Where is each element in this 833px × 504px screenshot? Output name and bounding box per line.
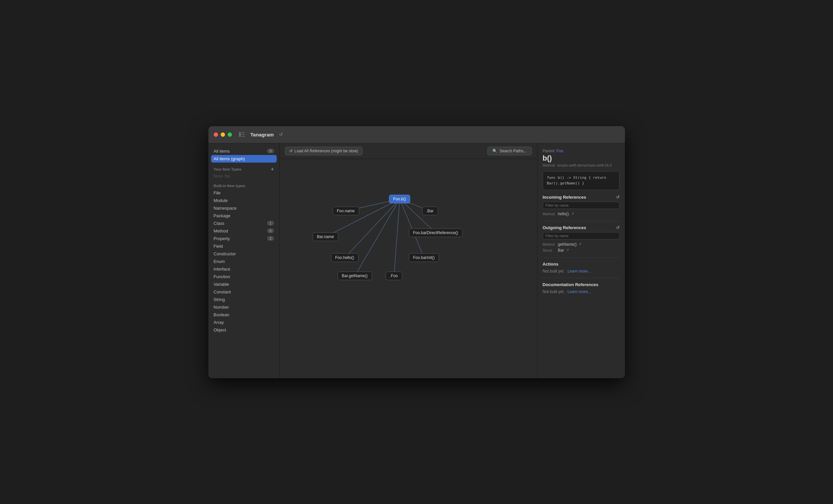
sidebar-item-label: Module xyxy=(214,198,228,203)
load-refresh-icon: ↺ xyxy=(289,149,292,153)
sidebar-item-label: Object xyxy=(214,328,226,332)
graph-node-bar-name[interactable]: Bar.name xyxy=(313,232,338,241)
ref-name: Bar xyxy=(558,248,564,253)
sidebar-all-items-section: All items 9 All items (graph) xyxy=(208,146,279,164)
actions-section: Actions Not built yet. Learn more... xyxy=(543,261,620,274)
app-window: Tanagram ↺ All items 9 All items (graph)… xyxy=(208,126,625,378)
sidebar-item-label: Variable xyxy=(214,282,229,287)
docs-not-built: Not built yet. xyxy=(543,289,565,294)
sidebar-all-items-graph-label: All items (graph) xyxy=(214,156,245,161)
svg-line-10 xyxy=(355,199,400,276)
docs-title: Documentation References xyxy=(543,282,620,287)
divider-1 xyxy=(543,221,620,221)
sidebar-item-all-items-graph[interactable]: All items (graph) xyxy=(211,155,277,162)
svg-line-6 xyxy=(325,199,400,237)
ref-name: getName() xyxy=(558,242,577,247)
graph-node-foo-barInit[interactable]: Foo.barInit() xyxy=(409,253,439,262)
sidebar-item-array[interactable]: Array xyxy=(208,319,279,326)
sidebar-item-class[interactable]: Class1 xyxy=(208,220,279,227)
detail-title: b() xyxy=(543,154,620,162)
graph-node-foo2[interactable]: .Foo xyxy=(386,272,402,280)
incoming-ref-item: Methodhello()↗ xyxy=(543,211,620,217)
outgoing-references-label: Outgoing References xyxy=(543,225,586,230)
close-button[interactable] xyxy=(214,132,218,137)
sidebar-item-file[interactable]: File xyxy=(208,189,279,197)
maximize-button[interactable] xyxy=(228,132,232,137)
sidebar-item-object[interactable]: Object xyxy=(208,326,279,334)
sidebar: All items 9 All items (graph) Your Item … xyxy=(208,143,280,378)
incoming-filter-input[interactable] xyxy=(543,202,620,209)
sidebar-item-label: File xyxy=(214,191,221,195)
sidebar-item-badge: 5 xyxy=(267,228,274,233)
built-in-header-label: Built-in Item types xyxy=(208,181,279,189)
svg-line-7 xyxy=(400,199,436,233)
sidebar-item-string[interactable]: String xyxy=(208,296,279,303)
actions-learn-more[interactable]: Learn more... xyxy=(568,269,591,274)
sidebar-item-label: Method xyxy=(214,228,228,233)
sidebar-item-enum[interactable]: Enum xyxy=(208,258,279,265)
svg-rect-2 xyxy=(242,134,245,135)
graph-node-bar[interactable]: .Bar xyxy=(422,207,438,215)
sidebar-item-module[interactable]: Module xyxy=(208,197,279,204)
outgoing-filter-input[interactable] xyxy=(543,232,620,240)
detail-meta-path: simple-swift-demo/main.swift:16:3 xyxy=(557,163,612,167)
sidebar-your-types-header: Your Item Types + xyxy=(208,164,279,173)
sidebar-item-label: Number xyxy=(214,305,229,310)
sidebar-item-package[interactable]: Package xyxy=(208,212,279,220)
ref-type: Method xyxy=(543,212,556,216)
sidebar-item-label: String xyxy=(214,297,225,302)
ref-arrow-icon[interactable]: ↗ xyxy=(566,248,569,252)
ref-name: hello() xyxy=(558,211,569,216)
sidebar-item-label: Boolean xyxy=(214,312,230,317)
incoming-references-section-title: Incoming References ↺ xyxy=(543,195,620,200)
sidebar-item-number[interactable]: Number xyxy=(208,303,279,311)
minimize-button[interactable] xyxy=(221,132,225,137)
graph-node-foo-b[interactable]: Foo.b() xyxy=(389,195,410,203)
svg-rect-1 xyxy=(242,132,245,133)
actions-not-built: Not built yet. xyxy=(543,269,565,274)
parent-link[interactable]: Foo xyxy=(557,149,564,153)
search-paths-button[interactable]: 🔍 Search Paths... xyxy=(487,147,531,155)
refresh-icon[interactable]: ↺ xyxy=(279,132,283,137)
add-item-type-button[interactable]: + xyxy=(271,167,274,172)
sidebar-toggle-icon[interactable] xyxy=(239,131,245,138)
sidebar-item-boolean[interactable]: Boolean xyxy=(208,311,279,319)
sidebar-item-constant[interactable]: Constant xyxy=(208,288,279,296)
graph-node-bar-getName[interactable]: Bar.getName() xyxy=(338,272,372,280)
outgoing-references-section-title: Outgoing References ↺ xyxy=(543,225,620,230)
svg-rect-0 xyxy=(239,132,241,137)
ref-arrow-icon[interactable]: ↗ xyxy=(571,211,574,216)
ref-type: Struct xyxy=(543,248,556,252)
sidebar-item-label: Package xyxy=(214,213,231,218)
sidebar-item-namespace[interactable]: Namespace xyxy=(208,204,279,212)
sidebar-item-badge: 2 xyxy=(267,236,274,241)
sidebar-item-property[interactable]: Property2 xyxy=(208,235,279,243)
sidebar-item-method[interactable]: Method5 xyxy=(208,227,279,235)
graph-node-foo-name[interactable]: Foo.name xyxy=(333,207,359,215)
code-block: func b() -> String { return Bar().getNam… xyxy=(543,171,620,190)
incoming-refresh-icon[interactable]: ↺ xyxy=(616,195,620,200)
sidebar-item-field[interactable]: Field xyxy=(208,243,279,250)
sidebar-item-constructor[interactable]: Constructor xyxy=(208,250,279,258)
sidebar-item-label: Enum xyxy=(214,259,225,264)
detail-meta-type: Method xyxy=(543,163,555,167)
ref-arrow-icon[interactable]: ↗ xyxy=(578,242,581,246)
ref-type: Method xyxy=(543,243,556,246)
sidebar-item-function[interactable]: Function xyxy=(208,273,279,280)
docs-section: Documentation References Not built yet. … xyxy=(543,282,620,294)
sidebar-item-interface[interactable]: Interface xyxy=(208,265,279,273)
detail-panel: Parent: Foo b() Method simple-swift-demo… xyxy=(537,143,625,378)
docs-learn-more[interactable]: Learn more... xyxy=(568,289,591,294)
search-btn-label: Search Paths... xyxy=(499,149,526,153)
graph-node-foo-barDirect[interactable]: Foo.barDirectReference() xyxy=(409,228,462,237)
sidebar-item-variable[interactable]: Variable xyxy=(208,280,279,288)
divider-3 xyxy=(543,278,620,278)
search-icon: 🔍 xyxy=(492,149,497,153)
detail-meta: Method simple-swift-demo/main.swift:16:3 xyxy=(543,163,620,167)
graph-node-foo-hello[interactable]: Foo.hello() xyxy=(331,253,358,262)
sidebar-item-all-items[interactable]: All items 9 xyxy=(208,147,279,155)
main-content: All items 9 All items (graph) Your Item … xyxy=(208,143,625,378)
load-all-references-button[interactable]: ↺ Load All References (might be slow) xyxy=(285,147,362,155)
outgoing-refresh-icon[interactable]: ↺ xyxy=(616,225,620,230)
sidebar-item-label: Interface xyxy=(214,267,231,272)
